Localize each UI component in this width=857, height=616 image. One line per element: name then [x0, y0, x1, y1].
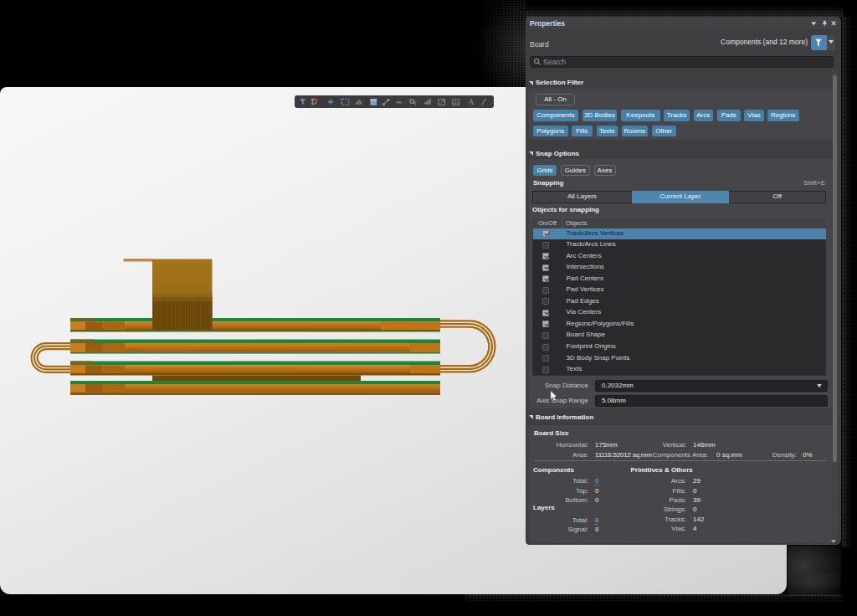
svg-text:A: A [469, 98, 475, 106]
